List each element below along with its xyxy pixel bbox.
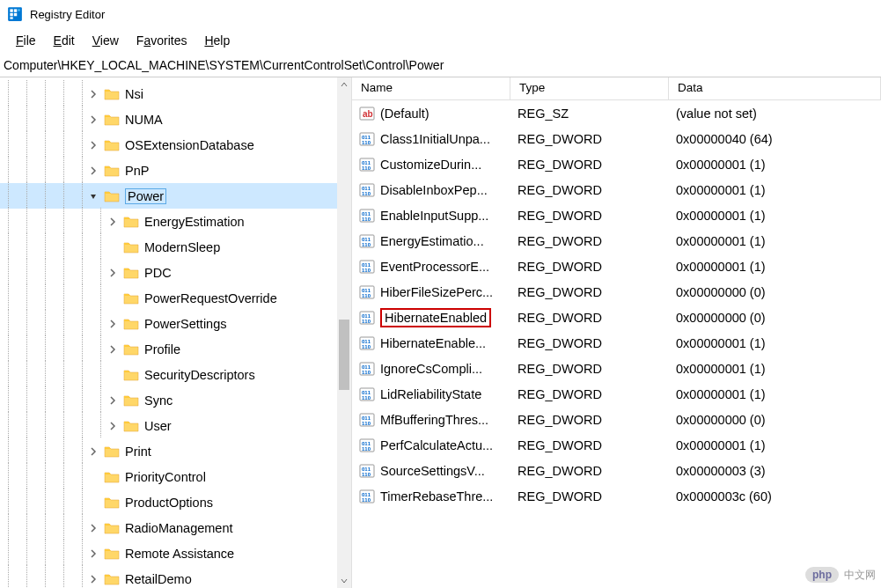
list-row[interactable]: EventProcessorE...REG_DWORD0x00000001 (1… [352, 254, 881, 279]
scroll-down-button[interactable] [337, 574, 351, 588]
chevron-right-icon[interactable] [86, 521, 100, 535]
value-name-text: EnergyEstimatio... [380, 234, 484, 248]
tree-item[interactable]: PDC [0, 260, 351, 285]
dword-value-icon [359, 489, 375, 504]
tree-item[interactable]: User [0, 413, 351, 438]
chevron-right-icon[interactable] [106, 342, 120, 356]
tree-item[interactable]: SecurityDescriptors [0, 362, 351, 387]
list-row[interactable]: MfBufferingThres...REG_DWORD0x00000000 (… [352, 407, 881, 432]
list-row[interactable]: HibernateEnable...REG_DWORD0x00000001 (1… [352, 330, 881, 356]
list-row[interactable]: EnergyEstimatio...REG_DWORD0x00000001 (1… [352, 228, 881, 254]
cell-name: DisableInboxPep... [352, 180, 510, 200]
tree-item[interactable]: Nsi [0, 81, 351, 107]
folder-icon [123, 291, 139, 305]
tree-item[interactable]: PnP [0, 158, 351, 183]
tree-item[interactable]: ModernSleep [0, 234, 351, 260]
tree-item-label: EnergyEstimation [144, 215, 245, 229]
tree-item[interactable]: RetailDemo [0, 566, 351, 588]
cell-type: REG_DWORD [510, 437, 669, 454]
list-row[interactable]: Class1InitialUnpa...REG_DWORD0x00000040 … [352, 126, 881, 151]
folder-icon [123, 240, 139, 254]
address-bar[interactable]: Computer\HKEY_LOCAL_MACHINE\SYSTEM\Curre… [0, 53, 881, 77]
chevron-right-icon[interactable] [86, 87, 100, 101]
folder-icon [104, 445, 120, 459]
value-name-text: EventProcessorE... [380, 260, 489, 274]
chevron-right-icon[interactable] [86, 572, 100, 586]
chevron-right-icon[interactable] [86, 164, 100, 178]
chevron-right-icon[interactable] [106, 393, 120, 408]
list-row[interactable]: DisableInboxPep...REG_DWORD0x00000001 (1… [352, 177, 881, 202]
list-row[interactable]: PerfCalculateActu...REG_DWORD0x00000001 … [352, 432, 881, 458]
cell-data: 0x00000001 (1) [669, 258, 881, 276]
chevron-right-icon[interactable] [106, 266, 120, 280]
chevron-right-icon[interactable] [106, 215, 120, 229]
window-title: Registry Editor [30, 8, 105, 21]
tree-item[interactable]: Power [0, 183, 351, 209]
cell-name: LidReliabilityState [352, 385, 510, 404]
tree-item[interactable]: PowerRequestOverride [0, 285, 351, 311]
tree-item[interactable]: PowerSettings [0, 311, 351, 336]
list-row[interactable]: HiberFileSizePerc...REG_DWORD0x00000000 … [352, 279, 881, 305]
tree-item[interactable]: Sync [0, 387, 351, 413]
value-name-text: DisableInboxPep... [380, 183, 488, 197]
tree-item-label: RetailDemo [125, 572, 192, 586]
tree-item[interactable]: ProductOptions [0, 489, 351, 515]
chevron-right-icon[interactable] [106, 317, 120, 331]
dword-value-icon [359, 310, 375, 326]
cell-name: HiberFileSizePerc... [352, 283, 510, 302]
chevron-right-icon[interactable] [86, 113, 100, 127]
tree-item[interactable]: EnergyEstimation [0, 209, 351, 234]
tree-item-label: PowerRequestOverride [144, 291, 277, 305]
menu-favorites[interactable]: Favorites [128, 32, 196, 49]
cell-data: 0x00000001 (1) [669, 334, 881, 352]
chevron-right-icon[interactable] [86, 138, 100, 152]
chevron-right-icon[interactable] [106, 419, 120, 433]
cell-data: 0x00000001 (1) [669, 181, 881, 199]
tree-scrollbar[interactable] [337, 77, 351, 588]
dword-value-icon [359, 335, 375, 351]
list-row[interactable]: IgnoreCsCompli...REG_DWORD0x00000001 (1) [352, 356, 881, 381]
cell-name: EnableInputSupp... [352, 206, 510, 225]
value-name-text: LidReliabilityState [380, 387, 481, 401]
tree-item[interactable]: NUMA [0, 107, 351, 132]
value-name-text: Class1InitialUnpa... [380, 132, 490, 146]
tree-item[interactable]: Remote Assistance [0, 540, 351, 566]
col-header-data[interactable]: Data [669, 77, 881, 99]
list-row[interactable]: CustomizeDurin...REG_DWORD0x00000001 (1) [352, 151, 881, 177]
chevron-right-icon[interactable] [86, 547, 100, 561]
scroll-thumb[interactable] [339, 320, 349, 390]
menu-edit[interactable]: Edit [45, 32, 84, 49]
list-row[interactable]: SourceSettingsV...REG_DWORD0x00000003 (3… [352, 458, 881, 483]
list-row[interactable]: TimerRebaseThre...REG_DWORD0x0000003c (6… [352, 483, 881, 509]
tree-item-label: Profile [144, 342, 180, 356]
list-row[interactable]: EnableInputSupp...REG_DWORD0x00000001 (1… [352, 202, 881, 228]
cell-type: REG_DWORD [510, 207, 669, 224]
tree-item[interactable]: RadioManagement [0, 515, 351, 540]
value-name-text: (Default) [380, 107, 429, 121]
cell-type: REG_DWORD [510, 462, 669, 480]
menu-view[interactable]: View [84, 32, 128, 49]
list-row[interactable]: (Default)REG_SZ(value not set) [352, 100, 881, 126]
tree-item[interactable]: PriorityControl [0, 464, 351, 489]
chevron-right-icon[interactable] [86, 445, 100, 459]
chevron-down-icon[interactable] [86, 189, 100, 203]
dword-value-icon [359, 437, 375, 453]
list-row[interactable]: HibernateEnabledREG_DWORD0x00000000 (0) [352, 305, 881, 330]
tree-item[interactable]: Profile [0, 336, 351, 362]
cell-data: 0x00000001 (1) [669, 360, 881, 378]
folder-icon [104, 113, 120, 127]
col-header-name[interactable]: Name [352, 77, 510, 99]
menu-help[interactable]: Help [195, 32, 239, 49]
col-header-type[interactable]: Type [510, 77, 669, 99]
menu-file[interactable]: File [7, 32, 45, 49]
address-text: Computer\HKEY_LOCAL_MACHINE\SYSTEM\Curre… [4, 58, 444, 72]
scroll-up-button[interactable] [337, 77, 351, 92]
list-row[interactable]: LidReliabilityStateREG_DWORD0x00000001 (… [352, 381, 881, 407]
cell-data: 0x00000001 (1) [669, 386, 881, 403]
cell-name: PerfCalculateActu... [352, 436, 510, 455]
folder-icon [104, 521, 120, 535]
watermark-text: 中文网 [844, 568, 876, 583]
tree-item[interactable]: Print [0, 438, 351, 464]
cell-type: REG_DWORD [510, 386, 669, 403]
tree-item[interactable]: OSExtensionDatabase [0, 132, 351, 158]
